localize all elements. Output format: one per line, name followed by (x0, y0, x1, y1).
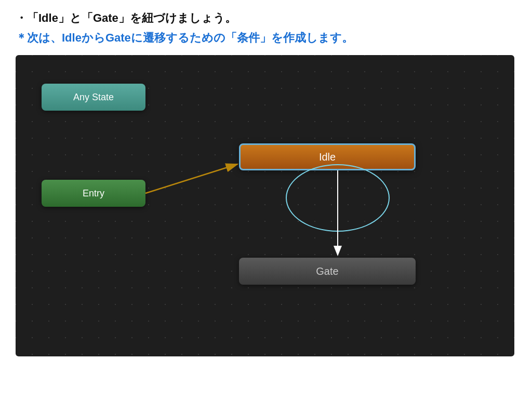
heading-line1: ・「Idle」と「Gate」を紐づけましょう。 (16, 10, 516, 26)
entry-label: Entry (83, 188, 104, 199)
node-idle[interactable]: Idle (239, 143, 416, 170)
any-state-label: Any State (73, 92, 114, 103)
page-container: ・「Idle」と「Gate」を紐づけましょう。 ＊次は、IdleからGateに遷… (0, 0, 532, 399)
animator-canvas[interactable]: Any State Entry Idle Gate (16, 55, 514, 356)
arrow-entry-idle (145, 164, 237, 193)
node-entry[interactable]: Entry (42, 180, 145, 207)
node-gate[interactable]: Gate (239, 258, 416, 285)
node-any-state[interactable]: Any State (42, 84, 145, 111)
idle-label: Idle (319, 151, 336, 163)
heading-line2: ＊次は、IdleからGateに遷移するための「条件」を作成します。 (16, 30, 516, 46)
self-loop-ellipse (286, 164, 390, 232)
gate-label: Gate (316, 265, 338, 277)
